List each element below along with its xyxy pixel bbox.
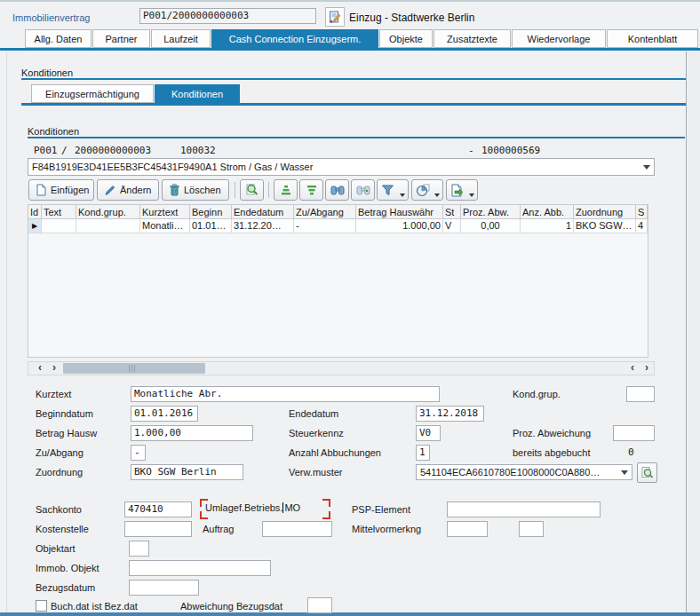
column-header-kondgrup[interactable]: Kond.grup.: [76, 205, 140, 219]
delete-button[interactable]: Löschen: [162, 179, 229, 201]
auftrag-field[interactable]: [262, 521, 332, 537]
document-edit-button[interactable]: [325, 7, 345, 27]
totals-pie-icon: [416, 184, 430, 197]
sort-descending-button[interactable]: [299, 179, 323, 201]
cell-proz[interactable]: 0,00: [461, 219, 521, 233]
column-header-st[interactable]: St: [443, 205, 461, 219]
search-help-button[interactable]: [637, 462, 657, 483]
subtab-konditionen[interactable]: Konditionen: [155, 84, 240, 103]
change-button[interactable]: Ändern: [97, 179, 159, 201]
column-header-anz-abb[interactable]: Anz. Abb.: [521, 205, 574, 219]
column-header-beginn[interactable]: Beginn: [190, 205, 232, 219]
scroll-left-icon[interactable]: ‹: [626, 362, 639, 375]
tab-wiedervorlage[interactable]: Wiedervorlage: [512, 29, 606, 48]
subtab-einzugsermaechtigung[interactable]: Einzugsermächtigung: [31, 84, 154, 103]
tab-zusatztexte[interactable]: Zusatztexte: [434, 29, 511, 48]
kondgrup-field[interactable]: [626, 386, 655, 402]
immob-objekt-field[interactable]: [129, 560, 271, 576]
scroll-right-icon[interactable]: ›: [48, 362, 60, 375]
cell-anz[interactable]: 1: [521, 219, 574, 233]
tab-allg-daten[interactable]: Allg. Daten: [25, 29, 91, 48]
zuordnung-field[interactable]: BKO SGW Berlin: [131, 464, 243, 480]
details-button[interactable]: [240, 179, 264, 201]
kondgrup-label: Kond.grup.: [513, 386, 561, 402]
sachkonto-field[interactable]: 470410: [124, 501, 192, 517]
dropdown-arrow-icon: [400, 193, 405, 197]
tab-objekte[interactable]: Objekte: [379, 29, 433, 48]
column-header-zuabgang[interactable]: Zu/Abgang: [294, 205, 356, 219]
contract-field-label: Immobilienvertrag: [12, 10, 90, 26]
focus-corner-icon: [322, 499, 330, 507]
column-header-kurztext[interactable]: Kurztext: [140, 205, 190, 219]
endedatum-field[interactable]: 31.12.2018: [416, 406, 484, 422]
cell-endedatum[interactable]: 31.12.20…: [232, 219, 294, 233]
betrag-hausw-field[interactable]: 1.000,00: [131, 425, 253, 441]
insert-button[interactable]: Einfügen: [28, 179, 94, 201]
column-header-endedatum[interactable]: Endedatum: [232, 205, 294, 219]
cell-zuordnung[interactable]: BKO SGW…: [574, 219, 636, 233]
proz-abweichung-field[interactable]: [613, 425, 655, 441]
kurztext-label: Kurztext: [36, 386, 71, 402]
tab-cash-connection-einzugserm[interactable]: Cash Connection Einzugserm.: [211, 29, 378, 48]
toolbar-separator: [235, 182, 235, 198]
find-button[interactable]: [325, 179, 349, 201]
buchdat-checkbox[interactable]: [36, 600, 47, 612]
beginndatum-field[interactable]: 01.01.2016: [131, 406, 198, 422]
verw-muster-select[interactable]: 541104ECA6610780E1008000C0A880…: [416, 464, 632, 480]
bezugsdatum-field[interactable]: [129, 580, 199, 596]
totals-menu-button[interactable]: [411, 179, 443, 201]
panel-right-gutter: [687, 51, 700, 612]
verw-muster-value: 541104ECA6610780E1008000C0A880…: [420, 467, 600, 478]
umlage-text: Umlagef.Betriebs.: [205, 502, 282, 513]
column-header-text[interactable]: Text: [42, 205, 76, 219]
cell-betrag[interactable]: 1.000,00: [356, 219, 443, 233]
kurztext-field[interactable]: Monatliche Abr.: [131, 386, 440, 402]
column-header-s[interactable]: S: [636, 205, 648, 219]
scroll-right-icon[interactable]: ›: [640, 362, 653, 375]
contract-number-field[interactable]: P001/2000000000003: [139, 8, 316, 24]
objektart-field[interactable]: [129, 541, 149, 557]
mittelvormerkng-field[interactable]: [447, 521, 488, 537]
tab-kontenblatt[interactable]: Kontenblatt: [607, 29, 698, 48]
kostenstelle-field[interactable]: [124, 521, 192, 537]
tab-partner[interactable]: Partner: [92, 29, 150, 48]
tab-laufzeit[interactable]: Laufzeit: [151, 29, 211, 48]
cell-kurztext[interactable]: Monatli…: [140, 219, 190, 233]
cell-kondgrup[interactable]: [76, 219, 140, 233]
cell-beginn[interactable]: 01.01…: [190, 219, 232, 233]
find-next-button[interactable]: [351, 179, 375, 201]
umlage-focused-field[interactable]: Umlagef.Betriebs.MO: [200, 499, 330, 519]
filter-button[interactable]: [377, 179, 409, 201]
scroll-left-icon[interactable]: ‹: [34, 362, 46, 375]
contract-number: 2000000000003: [75, 143, 151, 159]
cell-st[interactable]: V: [443, 219, 461, 233]
cell-text[interactable]: [42, 219, 76, 233]
mittelvormerkng-pos-field[interactable]: [519, 521, 544, 537]
insert-button-label: Einfügen: [51, 185, 89, 195]
anzahl-abbuchungen-label: Anzahl Abbuchungen: [289, 445, 381, 461]
column-header-betrag[interactable]: Betrag Hauswähr: [356, 205, 443, 219]
zu-abgang-field[interactable]: -: [131, 445, 146, 461]
endedatum-label: Endedatum: [289, 406, 338, 422]
scrollbar-thumb[interactable]: [63, 363, 205, 374]
psp-element-field[interactable]: [447, 501, 601, 517]
profile-select[interactable]: F84B1919E3D41EE5B3FC45431F9490A1 Strom /…: [28, 158, 655, 176]
row-selector-icon[interactable]: ▶: [28, 219, 42, 233]
cell-s[interactable]: 4: [636, 219, 648, 233]
abweichung-bezugsdat-field[interactable]: [307, 597, 332, 613]
column-header-id[interactable]: Id: [28, 205, 42, 219]
column-header-zuordnung[interactable]: Zuordnung: [574, 205, 636, 219]
sort-ascending-button[interactable]: [274, 179, 298, 201]
tabstrip-accent-line: [0, 48, 700, 51]
export-menu-button[interactable]: [446, 179, 478, 201]
anzahl-abbuchungen-field[interactable]: 1: [416, 445, 430, 461]
table-row[interactable]: ▶ Monatli… 01.01… 31.12.20… - 1.000,00 V…: [28, 219, 648, 233]
steuerkennz-field[interactable]: V0: [416, 425, 441, 441]
sachkonto-label: Sachkonto: [36, 501, 82, 517]
binoculars-icon: [330, 184, 345, 196]
cell-zuabgang[interactable]: -: [294, 219, 356, 233]
column-header-proz-abw[interactable]: Proz. Abw.: [461, 205, 521, 219]
contract-sign: -: [468, 143, 474, 159]
scrollbar-grip: [129, 365, 137, 372]
focus-corner-icon: [322, 511, 330, 519]
